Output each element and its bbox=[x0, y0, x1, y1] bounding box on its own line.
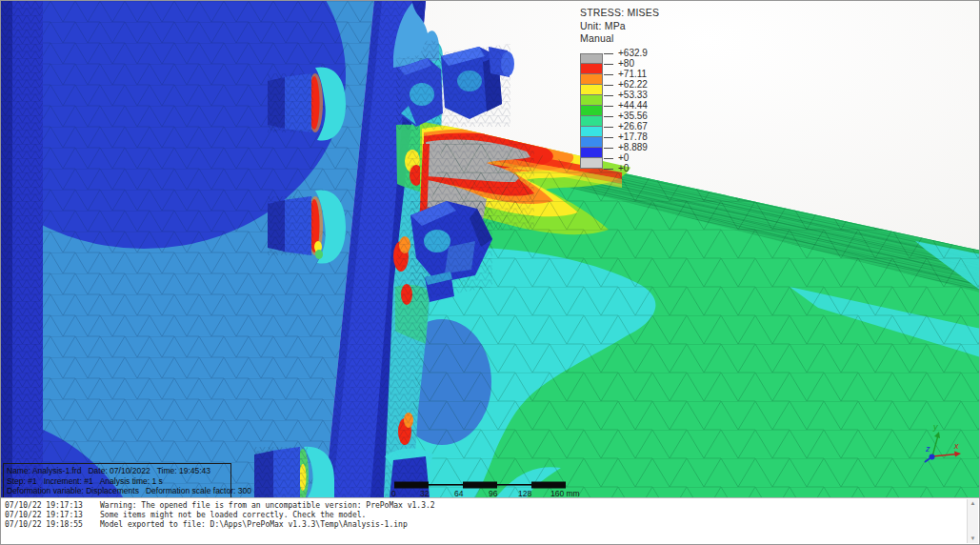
scroll-down-icon[interactable]: ▼ bbox=[968, 535, 978, 542]
annotation-line-1: Name: Analysis-1.frdDate: 07/10/2022Time… bbox=[7, 466, 228, 476]
log-message: Some items might not be loaded correctly… bbox=[100, 511, 366, 519]
status-log-panel[interactable]: 07/10/22 19:17:13Warning: The opened fil… bbox=[1, 497, 980, 545]
scale-tick-64: 64 bbox=[454, 489, 464, 498]
y-axis-label: y bbox=[932, 422, 938, 432]
analysis-step-time: Analysis time: 1 s bbox=[100, 476, 163, 486]
log-timestamp: 07/10/22 19:18:55 bbox=[5, 520, 100, 530]
scale-tick-96: 96 bbox=[489, 489, 498, 498]
x-axis-label: x bbox=[953, 441, 959, 451]
analysis-time: Time: 19:45:43 bbox=[157, 466, 210, 475]
legend-color-box bbox=[580, 106, 603, 116]
fea-render: 0 32 64 96 128 160 mm x y z bbox=[1, 1, 980, 497]
legend-tick bbox=[604, 169, 613, 170]
legend-tick bbox=[604, 53, 613, 54]
z-axis-label: z bbox=[925, 444, 930, 454]
legend-value: +0 bbox=[618, 153, 629, 163]
legend-color-box bbox=[580, 116, 603, 127]
scroll-up-icon[interactable]: ▲ bbox=[968, 500, 978, 507]
legend-color-scale: +632.9+80+71.11+62.22+53.33+44.44+35.56+… bbox=[580, 53, 659, 169]
log-row: 07/10/22 19:17:13Some items might not be… bbox=[5, 511, 966, 520]
legend-color-box bbox=[580, 137, 603, 148]
upper-bolt-nuts bbox=[396, 44, 514, 130]
annotation-line-2: Step: #1Increment: #1Analysis time: 1 s bbox=[7, 476, 228, 487]
legend-value: +44.44 bbox=[618, 101, 648, 111]
scale-tick-32: 32 bbox=[420, 489, 430, 498]
legend-value: +0 bbox=[618, 164, 629, 173]
legend-value: +35.56 bbox=[618, 111, 648, 121]
scale-tick-128: 128 bbox=[518, 489, 531, 498]
legend-tick bbox=[604, 85, 613, 86]
legend-unit: Unit: MPa bbox=[580, 20, 659, 33]
legend-color-box bbox=[580, 85, 603, 95]
stress-legend: STRESS: MISES Unit: MPa Manual +632.9+80… bbox=[580, 7, 659, 169]
legend-tick bbox=[604, 106, 613, 107]
scale-tick-0: 0 bbox=[391, 489, 396, 498]
legend-value: +62.22 bbox=[618, 80, 648, 90]
scale-tick-160: 160 mm bbox=[550, 489, 580, 498]
legend-color-box bbox=[580, 53, 603, 64]
legend-value: +26.67 bbox=[618, 122, 648, 131]
legend-color-box bbox=[580, 64, 603, 74]
legend-value: +80 bbox=[618, 59, 634, 69]
legend-color-box bbox=[580, 95, 603, 106]
legend-color-box bbox=[580, 148, 603, 158]
model-name: Name: Analysis-1.frd bbox=[7, 466, 81, 475]
log-timestamp: 07/10/22 19:17:13 bbox=[5, 511, 100, 520]
legend-tick bbox=[604, 137, 613, 138]
increment-number: Increment: #1 bbox=[44, 476, 93, 486]
legend-tick bbox=[604, 127, 613, 128]
legend-value: +8.889 bbox=[618, 143, 648, 152]
legend-color-box bbox=[580, 74, 603, 85]
legend-mode: Manual bbox=[580, 32, 659, 46]
legend-tick bbox=[604, 64, 613, 65]
lower-bolt-nut bbox=[410, 201, 492, 302]
legend-color-box bbox=[580, 158, 603, 169]
legend-color-box bbox=[580, 127, 603, 137]
bolt-middle bbox=[268, 190, 346, 263]
model-viewport[interactable]: 0 32 64 96 128 160 mm x y z bbox=[1, 1, 980, 497]
analysis-date: Date: 07/10/2022 bbox=[88, 466, 150, 475]
legend-value: +71.11 bbox=[618, 70, 647, 79]
legend-title: STRESS: MISES bbox=[580, 7, 659, 20]
bolt-top bbox=[268, 67, 346, 140]
step-number: Step: #1 bbox=[7, 476, 37, 486]
log-row: 07/10/22 19:18:55Model exported to file:… bbox=[5, 520, 966, 530]
deformation-scale-factor: Deformation scale factor: 300 bbox=[146, 486, 251, 495]
legend-color-boxes bbox=[580, 53, 603, 169]
legend-tick bbox=[604, 95, 613, 96]
bolt-bottom bbox=[254, 447, 334, 497]
annotation-line-3: Deformation variable: DisplacementsDefor… bbox=[7, 486, 228, 496]
log-message: Warning: The opened file is from an unco… bbox=[100, 501, 435, 510]
log-scrollbar[interactable]: ▲ ▼ bbox=[967, 499, 978, 543]
deformation-variable: Deformation variable: Displacements bbox=[7, 486, 139, 495]
log-message: Model exported to file: D:\Apps\PrePoMax… bbox=[100, 520, 408, 529]
legend-tick bbox=[604, 116, 613, 117]
legend-value: +632.9 bbox=[618, 49, 648, 58]
log-timestamp: 07/10/22 19:17:13 bbox=[5, 501, 100, 511]
prepomax-window: 0 32 64 96 128 160 mm x y z STRESS: MISE… bbox=[0, 0, 980, 545]
result-annotation-box: Name: Analysis-1.frdDate: 07/10/2022Time… bbox=[3, 463, 231, 500]
legend-tick bbox=[604, 158, 613, 159]
legend-value: +53.33 bbox=[618, 91, 648, 100]
log-row: 07/10/22 19:17:13Warning: The opened fil… bbox=[5, 501, 966, 511]
legend-tick bbox=[604, 74, 613, 75]
legend-value: +17.78 bbox=[618, 132, 648, 142]
legend-tick bbox=[604, 148, 613, 149]
